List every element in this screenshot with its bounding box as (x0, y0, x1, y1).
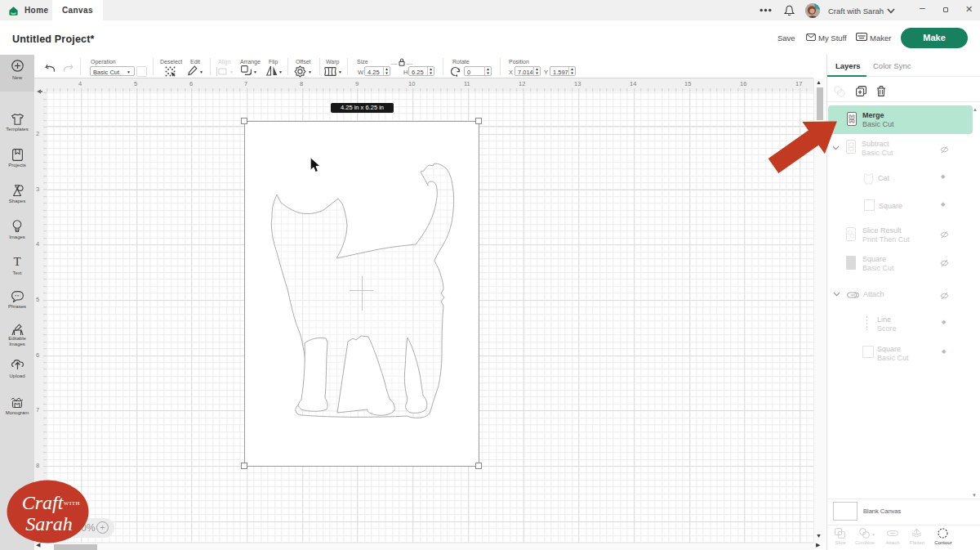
svg-text:Craft: Craft (22, 492, 65, 513)
svg-text:WITH: WITH (64, 500, 80, 507)
svg-text:Sarah: Sarah (25, 513, 72, 534)
